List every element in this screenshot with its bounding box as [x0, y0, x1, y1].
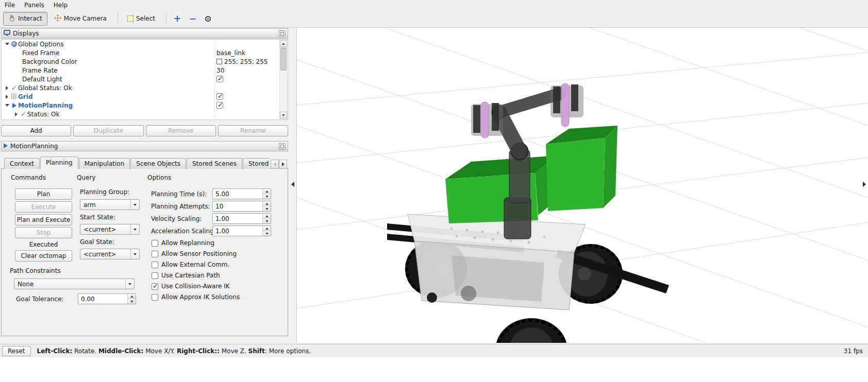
start-state-select[interactable]: <current> — [80, 224, 140, 235]
use-cartesian-path-checkbox-row[interactable]: Use Cartesian Path — [152, 272, 220, 279]
spin-down-button[interactable] — [128, 299, 136, 304]
use-cartesian-path-checkbox[interactable] — [152, 272, 158, 279]
allow-sensor-positioning-checkbox[interactable] — [152, 251, 158, 257]
spin-up-button[interactable] — [263, 201, 271, 206]
tab-planning[interactable]: Planning — [40, 157, 78, 169]
color-swatch[interactable] — [216, 59, 222, 64]
expander-icon[interactable] — [4, 95, 10, 99]
allow-sensor-positioning-checkbox-row[interactable]: Allow Sensor Positioning — [152, 250, 237, 257]
expander-icon[interactable] — [4, 43, 10, 45]
planning-attempts-input[interactable] — [213, 201, 262, 211]
rename-display-button[interactable]: Rename — [218, 125, 288, 136]
planning-time-spinbox[interactable] — [212, 188, 271, 199]
spin-down-button[interactable] — [263, 194, 271, 199]
expander-icon[interactable] — [4, 86, 10, 90]
allow-replanning-checkbox[interactable] — [152, 240, 158, 247]
tree-scrollbar[interactable] — [279, 40, 287, 119]
motionplanning-panel-header[interactable]: MotionPlanning — [1, 141, 288, 151]
tree-row-status-ok[interactable]: ✓ Status: Ok — [2, 110, 288, 118]
expander-icon[interactable] — [4, 104, 10, 107]
planning-group-select[interactable]: arm — [80, 199, 140, 210]
tree-row-grid[interactable]: Grid — [2, 92, 288, 101]
tree-row-motionplanning[interactable]: MotionPlanning — [2, 101, 288, 110]
velocity-scaling-input[interactable] — [213, 214, 262, 223]
tree-row-frame-rate[interactable]: Frame Rate 30 — [2, 66, 288, 75]
tab-context[interactable]: Context — [4, 158, 40, 169]
focus-camera-button[interactable] — [202, 12, 215, 25]
tree-row-fixed-frame[interactable]: Fixed Frame base_link — [2, 48, 288, 57]
tab-scroll-right-button[interactable] — [279, 160, 287, 169]
fixed-frame-value[interactable]: base_link — [216, 49, 245, 57]
menu-panels[interactable]: Panels — [20, 1, 49, 9]
path-constraints-select[interactable]: None — [14, 279, 135, 289]
frame-rate-value[interactable]: 30 — [216, 67, 224, 74]
goal-tolerance-input[interactable] — [78, 294, 127, 304]
spin-down-button[interactable] — [263, 231, 271, 236]
plan-button[interactable]: Plan — [15, 188, 72, 200]
acceleration-scaling-spinbox[interactable] — [212, 225, 271, 236]
interact-tool-button[interactable]: Interact — [3, 12, 47, 26]
allow-approx-ik-solutions-checkbox[interactable] — [152, 294, 158, 301]
use-collision-aware-ik-checkbox[interactable] — [152, 283, 158, 290]
menu-file[interactable]: File — [0, 1, 20, 9]
goal-tolerance-spinbox[interactable] — [78, 293, 136, 304]
tree-row-global-options[interactable]: Global Options — [2, 40, 288, 48]
default-light-checkbox[interactable] — [216, 76, 223, 82]
displays-panel-header[interactable]: Displays — [1, 28, 288, 39]
grid-enabled-checkbox[interactable] — [216, 93, 223, 100]
stop-button[interactable]: Stop — [15, 227, 72, 238]
tab-scene-objects[interactable]: Scene Objects — [130, 158, 186, 169]
tree-row-background-color[interactable]: Background Color 255; 255; 255 — [2, 57, 288, 66]
tab-scroll-left-button[interactable] — [271, 160, 279, 169]
motionplanning-panel-title: MotionPlanning — [10, 143, 58, 150]
spin-up-button[interactable] — [263, 189, 271, 194]
scroll-up-button[interactable] — [280, 40, 287, 47]
collision-box-right — [546, 126, 617, 211]
clear-octomap-button[interactable]: Clear octomap — [15, 250, 72, 262]
tree-row-default-light[interactable]: Default Light — [2, 75, 288, 83]
spin-up-button[interactable] — [128, 294, 136, 299]
tree-row-global-status[interactable]: ✓ Global Status: Ok — [2, 83, 288, 92]
plan-and-execute-button[interactable]: Plan and Execute — [15, 214, 72, 225]
planning-attempts-spinbox[interactable] — [212, 201, 271, 212]
spin-up-button[interactable] — [263, 226, 271, 231]
scroll-down-button[interactable] — [280, 112, 287, 119]
goal-state-select[interactable]: <current> — [80, 249, 140, 259]
tab-stored-scenes[interactable]: Stored Scenes — [187, 158, 242, 169]
add-tool-button[interactable]: + — [171, 12, 184, 25]
select-tool-button[interactable]: Select — [122, 12, 160, 25]
spin-down-button[interactable] — [263, 206, 271, 211]
remove-tool-button[interactable]: − — [186, 12, 199, 25]
execute-button[interactable]: Execute — [15, 201, 72, 213]
panel-collapse-left-handle[interactable] — [291, 182, 294, 187]
allow-replanning-checkbox-row[interactable]: Allow Replanning — [152, 239, 214, 247]
toolbar-separator — [118, 13, 118, 24]
spin-down-button[interactable] — [263, 218, 271, 223]
float-panel-button[interactable] — [279, 30, 286, 37]
motionplanning-enabled-checkbox[interactable] — [216, 102, 223, 109]
allow-external-comm-checkbox-row[interactable]: Allow External Comm. — [152, 261, 229, 268]
reset-button[interactable]: Reset — [2, 346, 31, 356]
collision-cylinder-right — [561, 83, 569, 127]
background-color-value[interactable]: 255; 255; 255 — [224, 58, 268, 65]
scrollbar-thumb[interactable] — [280, 48, 287, 71]
panel-collapse-right-handle[interactable] — [863, 182, 866, 187]
menu-help[interactable]: Help — [49, 1, 72, 9]
move-camera-tool-button[interactable]: Move Camera — [49, 12, 112, 26]
tab-stored-states[interactable]: Stored Stat — [243, 158, 270, 169]
duplicate-display-button[interactable]: Duplicate — [73, 125, 143, 136]
velocity-scaling-spinbox[interactable] — [212, 213, 271, 224]
rviz-window: File Panels Help Interact Move Camera Se… — [0, 0, 868, 382]
add-display-button[interactable]: Add — [1, 125, 71, 136]
planning-time-input[interactable] — [213, 189, 262, 199]
remove-display-button[interactable]: Remove — [146, 125, 216, 136]
allow-approx-ik-solutions-checkbox-row[interactable]: Allow Approx IK Solutions — [152, 293, 240, 301]
tab-manipulation[interactable]: Manipulation — [79, 158, 130, 169]
render-viewport[interactable] — [296, 28, 868, 343]
expander-icon[interactable] — [13, 112, 20, 116]
spin-up-button[interactable] — [263, 214, 271, 218]
acceleration-scaling-input[interactable] — [213, 226, 262, 236]
float-panel-button[interactable] — [279, 143, 286, 150]
use-collision-aware-ik-checkbox-row[interactable]: Use Collision-Aware IK — [152, 283, 230, 290]
allow-external-comm-checkbox[interactable] — [152, 262, 158, 268]
